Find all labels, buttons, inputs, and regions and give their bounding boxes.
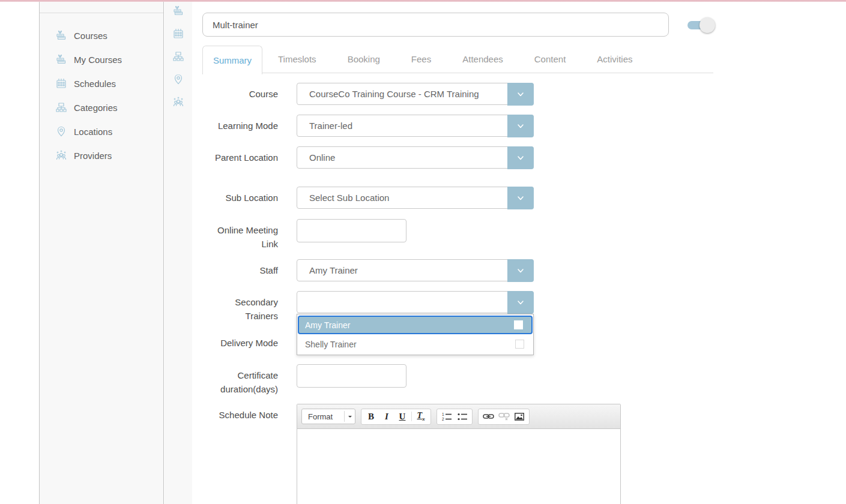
sidebar-item-label: Courses bbox=[74, 31, 107, 41]
remove-format-button[interactable]: Tx bbox=[413, 410, 429, 424]
schedules-icon[interactable] bbox=[172, 27, 185, 40]
parent-location-select[interactable]: Online bbox=[297, 146, 534, 169]
bulleted-list-icon bbox=[458, 412, 468, 421]
underline-icon: U bbox=[399, 412, 406, 422]
parent-location-row: Parent Location Online bbox=[202, 146, 713, 169]
course-row: Course CourseCo Training Course - CRM Tr… bbox=[202, 83, 713, 105]
icon-rail bbox=[165, 2, 192, 504]
courses-icon bbox=[55, 29, 68, 42]
toggle-knob bbox=[699, 17, 715, 33]
link-button[interactable] bbox=[480, 410, 496, 424]
numbered-list-button[interactable]: 12 bbox=[439, 410, 455, 424]
secondary-trainers-dropdown: Amy Trainer Shelly Trainer bbox=[297, 314, 534, 355]
sidebar-item-label: Providers bbox=[74, 151, 112, 161]
sidebar-item-label: Locations bbox=[74, 127, 112, 137]
unlink-button[interactable] bbox=[496, 410, 512, 424]
bold-icon: B bbox=[368, 412, 374, 422]
italic-button[interactable]: I bbox=[379, 410, 394, 424]
sidebar-item-courses[interactable]: Courses bbox=[40, 23, 163, 47]
parent-location-label: Parent Location bbox=[202, 146, 278, 169]
categories-icon[interactable] bbox=[172, 50, 185, 63]
dropdown-option-amy-trainer[interactable]: Amy Trainer bbox=[298, 316, 533, 334]
sidebar-item-providers[interactable]: Providers bbox=[40, 143, 163, 167]
bulleted-list-button[interactable] bbox=[455, 410, 470, 424]
categories-icon bbox=[55, 101, 68, 114]
parent-location-select-value: Online bbox=[309, 147, 335, 168]
tab-summary[interactable]: Summary bbox=[202, 46, 262, 74]
checkbox[interactable] bbox=[515, 340, 524, 349]
sidebar-item-my-courses[interactable]: My Courses bbox=[40, 47, 163, 71]
schedule-note-row: Schedule Note Format B I U Tx bbox=[202, 404, 713, 504]
checkbox[interactable] bbox=[514, 320, 523, 329]
chevron-down-icon bbox=[344, 411, 355, 422]
schedules-icon bbox=[55, 77, 68, 90]
bold-button[interactable]: B bbox=[363, 410, 379, 424]
sidebar-item-schedules[interactable]: Schedules bbox=[40, 71, 163, 95]
chevron-down-icon[interactable] bbox=[507, 83, 534, 106]
dropdown-option-label: Shelly Trainer bbox=[305, 340, 357, 349]
image-icon bbox=[515, 413, 524, 421]
courses-icon[interactable] bbox=[172, 4, 185, 17]
tab-fees[interactable]: Fees bbox=[396, 46, 447, 73]
chevron-down-icon[interactable] bbox=[507, 146, 534, 169]
tab-content[interactable]: Content bbox=[519, 46, 582, 73]
link-icon bbox=[483, 413, 494, 420]
editor-content-area[interactable] bbox=[297, 429, 620, 504]
sidebar-item-categories[interactable]: Categories bbox=[40, 95, 163, 119]
delivery-mode-label: Delivery Mode bbox=[202, 332, 278, 350]
certificate-duration-input[interactable] bbox=[297, 364, 406, 388]
rich-text-editor: Format B I U Tx 12 bbox=[297, 404, 621, 504]
format-dropdown-label: Format bbox=[302, 412, 344, 421]
svg-text:1: 1 bbox=[442, 412, 444, 416]
staff-select[interactable]: Amy Trainer bbox=[297, 259, 534, 281]
sidebar-nav: Courses My Courses Schedules Categories bbox=[40, 13, 163, 167]
providers-icon bbox=[55, 149, 68, 162]
locations-icon[interactable] bbox=[172, 73, 185, 86]
secondary-trainers-select[interactable] bbox=[297, 291, 534, 313]
sub-location-select[interactable]: Select Sub Location bbox=[297, 187, 534, 209]
chevron-down-icon[interactable] bbox=[507, 291, 534, 314]
sidebar-item-label: Schedules bbox=[74, 79, 116, 89]
sidebar-divider bbox=[40, 2, 163, 13]
sidebar: Courses My Courses Schedules Categories bbox=[39, 2, 164, 504]
remove-format-icon: Tx bbox=[417, 411, 425, 422]
editor-toolbar: Format B I U Tx 12 bbox=[297, 404, 620, 429]
active-toggle[interactable] bbox=[687, 17, 715, 33]
main-content: Schedules Summary Timeslots Booking Fees… bbox=[202, 0, 713, 504]
toolbar-separator bbox=[411, 412, 412, 421]
sidebar-item-locations[interactable]: Locations bbox=[40, 119, 163, 143]
dropdown-option-shelly-trainer[interactable]: Shelly Trainer bbox=[298, 335, 533, 353]
image-button[interactable] bbox=[512, 410, 527, 424]
providers-icon[interactable] bbox=[172, 95, 185, 109]
sidebar-item-label: Categories bbox=[74, 103, 118, 113]
top-banner-line bbox=[0, 0, 846, 2]
tab-timeslots[interactable]: Timeslots bbox=[262, 46, 332, 73]
learning-mode-select[interactable]: Trainer-led bbox=[297, 115, 534, 137]
sub-location-select-placeholder: Select Sub Location bbox=[309, 187, 389, 208]
italic-icon: I bbox=[385, 412, 388, 422]
tab-activities[interactable]: Activities bbox=[581, 46, 648, 73]
sub-location-label: Sub Location bbox=[202, 187, 278, 209]
chevron-down-icon[interactable] bbox=[507, 115, 534, 137]
tab-bar: Summary Timeslots Booking Fees Attendees… bbox=[202, 46, 713, 73]
staff-row: Staff Amy Trainer bbox=[202, 259, 713, 281]
staff-label: Staff bbox=[202, 259, 278, 281]
locations-icon bbox=[55, 125, 68, 138]
format-dropdown[interactable]: Format bbox=[301, 409, 355, 424]
chevron-down-icon[interactable] bbox=[507, 259, 534, 282]
tab-booking[interactable]: Booking bbox=[332, 46, 396, 73]
list-group: 12 bbox=[437, 409, 473, 425]
course-label: Course bbox=[202, 83, 278, 105]
my-courses-icon bbox=[55, 53, 68, 66]
tab-attendees[interactable]: Attendees bbox=[447, 46, 519, 73]
schedule-name-input[interactable] bbox=[202, 13, 669, 37]
online-meeting-link-input[interactable] bbox=[297, 219, 406, 242]
learning-mode-label: Learning Mode bbox=[202, 115, 278, 137]
underline-button[interactable]: U bbox=[394, 410, 410, 424]
text-style-group: B I U Tx bbox=[361, 409, 431, 425]
numbered-list-icon: 12 bbox=[442, 412, 452, 421]
course-select[interactable]: CourseCo Training Course - CRM Training bbox=[297, 83, 534, 105]
online-meeting-link-label: Online Meeting Link bbox=[202, 219, 278, 251]
sub-location-row: Sub Location Select Sub Location bbox=[202, 187, 713, 209]
chevron-down-icon[interactable] bbox=[507, 187, 534, 209]
